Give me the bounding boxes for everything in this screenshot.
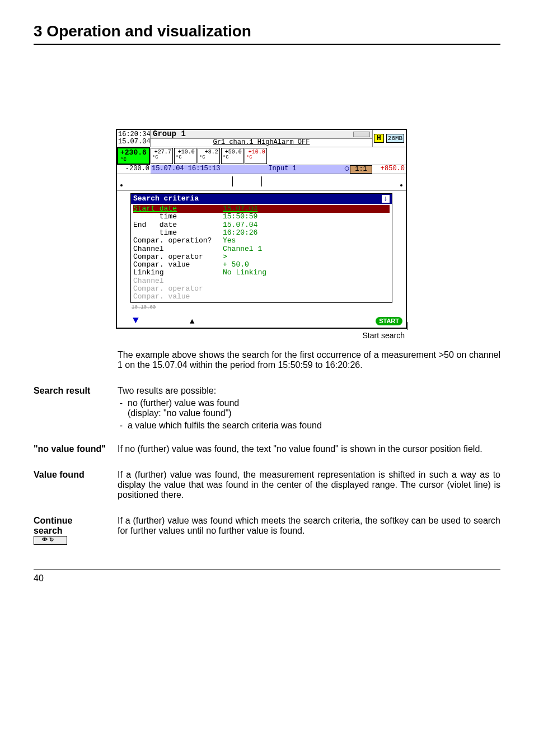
search-result-list: no (further) value was found (display: "… xyxy=(118,398,500,431)
device-screenshot: 16:20:34 15.07.04 Group 1 Gr1 chan.1 Hig… xyxy=(116,129,407,329)
group-title: Group 1 xyxy=(153,130,186,138)
start-button[interactable]: START xyxy=(376,317,402,325)
criteria-row[interactable]: Channel xyxy=(133,277,390,285)
criteria-value: 16:20:26 xyxy=(223,229,257,237)
cursor-down-icon: ▼ xyxy=(133,315,139,326)
criteria-value: 15.07.04 xyxy=(223,221,257,229)
value-found-label: Value found xyxy=(34,470,118,508)
value-found-text: If a (further) value was found, the meas… xyxy=(118,470,500,500)
criteria-value: No Linking xyxy=(223,269,266,277)
slider-icon xyxy=(353,132,370,137)
criteria-label: time xyxy=(133,229,223,237)
criteria-label: End date xyxy=(133,221,223,229)
channel-value-5: +50.0°C xyxy=(221,148,243,164)
continue-label-1: Continue xyxy=(34,516,72,525)
channel-value-4: +8.2°C xyxy=(198,148,220,164)
stray-time: 10.10.00 xyxy=(132,305,406,311)
zoom-badge: 1:1 xyxy=(350,165,372,174)
criteria-label: Start date xyxy=(133,205,223,213)
criteria-label: Channel xyxy=(133,245,223,253)
criteria-row[interactable]: Compar. operator> xyxy=(133,253,390,261)
softkey-icon[interactable] xyxy=(34,536,67,545)
figure: Window for defining the search criteria … xyxy=(99,129,435,340)
criteria-value: Channel 1 xyxy=(223,245,262,253)
no-value-text: If no (further) value was found, the tex… xyxy=(118,444,500,454)
criteria-label: Compar. value xyxy=(133,261,223,269)
clock: 16:20:34 15.07.04 xyxy=(117,130,151,147)
criteria-value: + 50.0 xyxy=(223,261,249,269)
list-item: no (further) value was found (display: "… xyxy=(128,398,500,418)
criteria-label: Compar. value xyxy=(133,293,223,301)
search-result-label: Search result xyxy=(34,386,118,436)
page-footer: 40 xyxy=(34,570,500,584)
criteria-value: 15.07.04 xyxy=(223,205,257,213)
criteria-row[interactable]: time16:20:26 xyxy=(133,229,390,237)
criteria-row[interactable]: Compar. operation?Yes xyxy=(133,237,390,245)
channel-row: +230.6°C +27.7°C +10.0°C +8.2°C +50.0°C … xyxy=(117,147,406,165)
criteria-row[interactable]: Compar. operator xyxy=(133,285,390,293)
list-item: a value which fulfils the search criteri… xyxy=(128,421,500,431)
title-rule xyxy=(34,44,500,45)
continue-text: If a (further) value was found which mee… xyxy=(118,516,500,536)
scale-line: -200.0 15.07.04 16:15:13 Input 1 ◯ 1:1 +… xyxy=(117,165,406,174)
cursor-up-icon: ▲ xyxy=(190,318,194,326)
criteria-label: time xyxy=(133,213,223,221)
criteria-row[interactable]: End date15.07.04 xyxy=(133,221,390,229)
criteria-label: Compar. operator xyxy=(133,253,223,261)
no-value-label: "no value found" xyxy=(34,444,118,462)
page-number: 40 xyxy=(34,573,44,583)
channel-value-6: +10.0°C xyxy=(245,148,267,164)
section-title: 3 Operation and visualization xyxy=(34,22,500,40)
body-text: The example above shows the search for t… xyxy=(34,350,500,547)
continue-label-2: search xyxy=(34,526,63,535)
help-icon[interactable]: H xyxy=(374,134,384,143)
example-paragraph: The example above shows the search for t… xyxy=(118,350,500,370)
criteria-value: 15:50:59 xyxy=(223,213,257,221)
criteria-label: Channel xyxy=(133,277,223,285)
criteria-value: Yes xyxy=(223,237,236,245)
callout-start-search: Start search xyxy=(99,331,405,340)
criteria-title: Search criteria xyxy=(133,195,199,203)
criteria-label: Compar. operator xyxy=(133,285,223,293)
criteria-row[interactable]: LinkingNo Linking xyxy=(133,269,390,277)
channel-value-3: +10.0°C xyxy=(174,148,196,164)
search-result-intro: Two results are possible: xyxy=(118,386,216,395)
criteria-row[interactable]: Compar. value+ 50.0 xyxy=(133,261,390,269)
memory-badge: 26MB xyxy=(386,134,404,143)
channel-value-1: +230.6°C xyxy=(117,147,150,164)
criteria-row[interactable]: ChannelChannel 1 xyxy=(133,245,390,253)
criteria-row[interactable]: Start date15.07.04 xyxy=(133,205,390,213)
criteria-value: > xyxy=(223,253,227,261)
alarm-line: Gr1 chan.1 HighAlarm OFF xyxy=(151,139,372,146)
criteria-row[interactable]: time15:50:59 xyxy=(133,213,390,221)
search-criteria-panel: Search criteria ↓ Start date15.07.04 tim… xyxy=(130,193,392,303)
criteria-label: Linking xyxy=(133,269,223,277)
channel-value-2: +27.7°C xyxy=(151,148,173,164)
bottom-ruler: ▼ ▲ START xyxy=(117,311,406,328)
dropdown-arrow-icon[interactable]: ↓ xyxy=(382,195,390,203)
criteria-row[interactable]: Compar. value xyxy=(133,293,390,301)
top-ruler xyxy=(117,174,406,191)
criteria-label: Compar. operation? xyxy=(133,237,223,245)
